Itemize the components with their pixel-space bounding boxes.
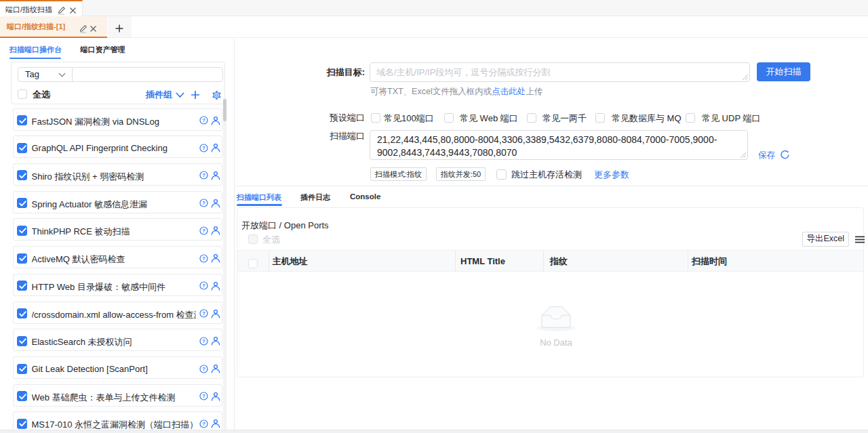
svg-text:?: ? — [202, 145, 205, 151]
svg-text:?: ? — [202, 421, 205, 427]
svg-text:?: ? — [202, 200, 205, 206]
svg-text:?: ? — [202, 338, 205, 344]
svg-text:?: ? — [202, 255, 205, 262]
svg-text:?: ? — [202, 366, 205, 372]
svg-text:?: ? — [202, 283, 205, 289]
svg-text:?: ? — [202, 310, 205, 316]
svg-text:?: ? — [202, 173, 205, 179]
svg-text:?: ? — [202, 228, 205, 234]
svg-text:?: ? — [202, 393, 205, 399]
svg-text:?: ? — [202, 117, 205, 123]
